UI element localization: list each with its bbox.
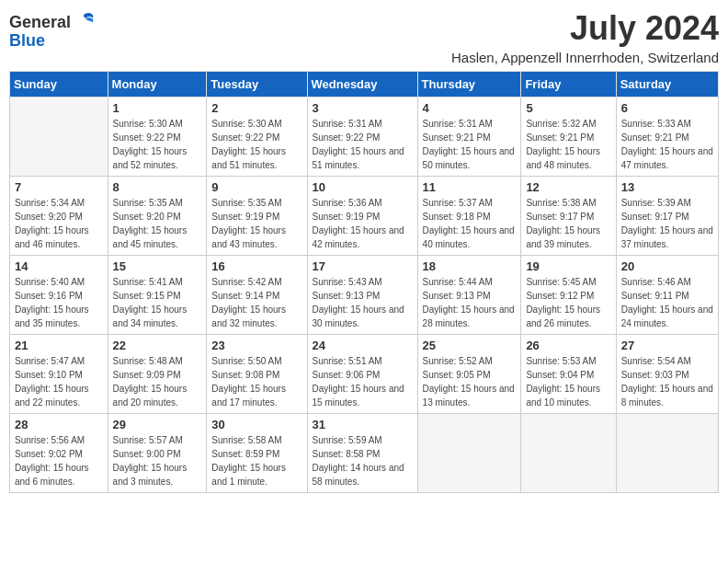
day-info: Sunrise: 5:52 AM Sunset: 9:05 PM Dayligh… bbox=[423, 354, 517, 409]
day-info: Sunrise: 5:48 AM Sunset: 9:09 PM Dayligh… bbox=[113, 354, 202, 409]
day-cell bbox=[10, 98, 108, 177]
day-cell: 16 Sunrise: 5:42 AM Sunset: 9:14 PM Dayl… bbox=[207, 256, 307, 335]
day-info: Sunrise: 5:35 AM Sunset: 9:20 PM Dayligh… bbox=[113, 196, 202, 251]
day-info: Sunrise: 5:35 AM Sunset: 9:19 PM Dayligh… bbox=[211, 196, 301, 251]
day-cell: 19 Sunrise: 5:45 AM Sunset: 9:12 PM Dayl… bbox=[521, 256, 616, 335]
day-number: 18 bbox=[423, 259, 517, 273]
day-info: Sunrise: 5:43 AM Sunset: 9:13 PM Dayligh… bbox=[313, 275, 413, 330]
day-info: Sunrise: 5:30 AM Sunset: 9:22 PM Dayligh… bbox=[113, 117, 202, 172]
day-cell: 13 Sunrise: 5:39 AM Sunset: 9:17 PM Dayl… bbox=[616, 177, 718, 256]
header-cell-monday: Monday bbox=[108, 72, 207, 98]
day-info: Sunrise: 5:44 AM Sunset: 9:13 PM Dayligh… bbox=[423, 275, 517, 330]
header-cell-wednesday: Wednesday bbox=[307, 72, 417, 98]
day-cell: 12 Sunrise: 5:38 AM Sunset: 9:17 PM Dayl… bbox=[521, 177, 616, 256]
day-number: 7 bbox=[15, 180, 103, 194]
day-info: Sunrise: 5:41 AM Sunset: 9:15 PM Dayligh… bbox=[113, 275, 202, 330]
day-cell: 1 Sunrise: 5:30 AM Sunset: 9:22 PM Dayli… bbox=[108, 98, 207, 177]
day-number: 16 bbox=[211, 259, 301, 273]
day-cell: 27 Sunrise: 5:54 AM Sunset: 9:03 PM Dayl… bbox=[616, 335, 718, 414]
day-number: 6 bbox=[621, 101, 713, 115]
day-cell bbox=[417, 414, 521, 493]
header-cell-sunday: Sunday bbox=[10, 72, 108, 98]
day-info: Sunrise: 5:51 AM Sunset: 9:06 PM Dayligh… bbox=[313, 354, 413, 409]
day-info: Sunrise: 5:57 AM Sunset: 9:00 PM Dayligh… bbox=[113, 433, 202, 488]
calendar-subtitle: Haslen, Appenzell Innerrhoden, Switzerla… bbox=[451, 50, 719, 65]
day-cell: 29 Sunrise: 5:57 AM Sunset: 9:00 PM Dayl… bbox=[108, 414, 207, 493]
day-cell: 7 Sunrise: 5:34 AM Sunset: 9:20 PM Dayli… bbox=[10, 177, 108, 256]
calendar-title: July 2024 bbox=[451, 9, 719, 48]
header-cell-thursday: Thursday bbox=[417, 72, 521, 98]
day-number: 5 bbox=[526, 101, 610, 115]
logo: General Blue bbox=[9, 9, 97, 51]
week-row-3: 14 Sunrise: 5:40 AM Sunset: 9:16 PM Dayl… bbox=[10, 256, 719, 335]
day-cell bbox=[616, 414, 718, 493]
day-number: 27 bbox=[621, 339, 713, 352]
week-row-1: 1 Sunrise: 5:30 AM Sunset: 9:22 PM Dayli… bbox=[10, 98, 719, 177]
day-cell: 10 Sunrise: 5:36 AM Sunset: 9:19 PM Dayl… bbox=[307, 177, 417, 256]
header-cell-friday: Friday bbox=[521, 72, 616, 98]
day-number: 21 bbox=[15, 339, 103, 352]
day-number: 26 bbox=[526, 339, 610, 352]
day-number: 10 bbox=[313, 180, 413, 194]
day-cell: 21 Sunrise: 5:47 AM Sunset: 9:10 PM Dayl… bbox=[10, 335, 108, 414]
day-number: 4 bbox=[423, 101, 517, 115]
day-cell bbox=[521, 414, 616, 493]
calendar-table: SundayMondayTuesdayWednesdayThursdayFrid… bbox=[9, 71, 719, 493]
day-info: Sunrise: 5:37 AM Sunset: 9:18 PM Dayligh… bbox=[423, 196, 517, 251]
logo-bird-icon bbox=[71, 9, 97, 35]
day-number: 8 bbox=[113, 180, 202, 194]
header-cell-tuesday: Tuesday bbox=[207, 72, 307, 98]
day-cell: 26 Sunrise: 5:53 AM Sunset: 9:04 PM Dayl… bbox=[521, 335, 616, 414]
day-info: Sunrise: 5:42 AM Sunset: 9:14 PM Dayligh… bbox=[211, 275, 301, 330]
day-cell: 9 Sunrise: 5:35 AM Sunset: 9:19 PM Dayli… bbox=[207, 177, 307, 256]
day-number: 24 bbox=[313, 339, 413, 352]
day-cell: 11 Sunrise: 5:37 AM Sunset: 9:18 PM Dayl… bbox=[417, 177, 521, 256]
day-cell: 15 Sunrise: 5:41 AM Sunset: 9:15 PM Dayl… bbox=[108, 256, 207, 335]
day-info: Sunrise: 5:33 AM Sunset: 9:21 PM Dayligh… bbox=[621, 117, 713, 172]
day-info: Sunrise: 5:58 AM Sunset: 8:59 PM Dayligh… bbox=[211, 433, 301, 488]
day-cell: 28 Sunrise: 5:56 AM Sunset: 9:02 PM Dayl… bbox=[10, 414, 108, 493]
day-number: 17 bbox=[313, 259, 413, 273]
day-cell: 30 Sunrise: 5:58 AM Sunset: 8:59 PM Dayl… bbox=[207, 414, 307, 493]
day-cell: 18 Sunrise: 5:44 AM Sunset: 9:13 PM Dayl… bbox=[417, 256, 521, 335]
day-number: 23 bbox=[211, 339, 301, 352]
calendar-body: 1 Sunrise: 5:30 AM Sunset: 9:22 PM Dayli… bbox=[10, 98, 719, 493]
day-number: 9 bbox=[211, 180, 301, 194]
logo-blue: Blue bbox=[9, 31, 45, 51]
day-info: Sunrise: 5:39 AM Sunset: 9:17 PM Dayligh… bbox=[621, 196, 713, 251]
day-cell: 4 Sunrise: 5:31 AM Sunset: 9:21 PM Dayli… bbox=[417, 98, 521, 177]
day-number: 20 bbox=[621, 259, 713, 273]
logo-general: General bbox=[9, 13, 71, 32]
day-info: Sunrise: 5:38 AM Sunset: 9:17 PM Dayligh… bbox=[526, 196, 610, 251]
day-info: Sunrise: 5:45 AM Sunset: 9:12 PM Dayligh… bbox=[526, 275, 610, 330]
day-info: Sunrise: 5:56 AM Sunset: 9:02 PM Dayligh… bbox=[15, 433, 103, 488]
week-row-5: 28 Sunrise: 5:56 AM Sunset: 9:02 PM Dayl… bbox=[10, 414, 719, 493]
day-info: Sunrise: 5:54 AM Sunset: 9:03 PM Dayligh… bbox=[621, 354, 713, 409]
day-info: Sunrise: 5:40 AM Sunset: 9:16 PM Dayligh… bbox=[15, 275, 103, 330]
day-number: 19 bbox=[526, 259, 610, 273]
day-cell: 20 Sunrise: 5:46 AM Sunset: 9:11 PM Dayl… bbox=[616, 256, 718, 335]
day-info: Sunrise: 5:46 AM Sunset: 9:11 PM Dayligh… bbox=[621, 275, 713, 330]
day-info: Sunrise: 5:50 AM Sunset: 9:08 PM Dayligh… bbox=[211, 354, 301, 409]
header-row: SundayMondayTuesdayWednesdayThursdayFrid… bbox=[10, 72, 719, 98]
day-number: 25 bbox=[423, 339, 517, 352]
day-cell: 2 Sunrise: 5:30 AM Sunset: 9:22 PM Dayli… bbox=[207, 98, 307, 177]
day-cell: 3 Sunrise: 5:31 AM Sunset: 9:22 PM Dayli… bbox=[307, 98, 417, 177]
day-number: 12 bbox=[526, 180, 610, 194]
day-cell: 8 Sunrise: 5:35 AM Sunset: 9:20 PM Dayli… bbox=[108, 177, 207, 256]
title-section: July 2024 Haslen, Appenzell Innerrhoden,… bbox=[451, 9, 719, 65]
day-cell: 25 Sunrise: 5:52 AM Sunset: 9:05 PM Dayl… bbox=[417, 335, 521, 414]
day-number: 2 bbox=[211, 101, 301, 115]
day-cell: 14 Sunrise: 5:40 AM Sunset: 9:16 PM Dayl… bbox=[10, 256, 108, 335]
day-info: Sunrise: 5:30 AM Sunset: 9:22 PM Dayligh… bbox=[211, 117, 301, 172]
day-number: 14 bbox=[15, 259, 103, 273]
day-cell: 22 Sunrise: 5:48 AM Sunset: 9:09 PM Dayl… bbox=[108, 335, 207, 414]
week-row-2: 7 Sunrise: 5:34 AM Sunset: 9:20 PM Dayli… bbox=[10, 177, 719, 256]
day-info: Sunrise: 5:47 AM Sunset: 9:10 PM Dayligh… bbox=[15, 354, 103, 409]
day-number: 13 bbox=[621, 180, 713, 194]
day-cell: 23 Sunrise: 5:50 AM Sunset: 9:08 PM Dayl… bbox=[207, 335, 307, 414]
day-info: Sunrise: 5:32 AM Sunset: 9:21 PM Dayligh… bbox=[526, 117, 610, 172]
day-cell: 24 Sunrise: 5:51 AM Sunset: 9:06 PM Dayl… bbox=[307, 335, 417, 414]
calendar-header: SundayMondayTuesdayWednesdayThursdayFrid… bbox=[10, 72, 719, 98]
header-cell-saturday: Saturday bbox=[616, 72, 718, 98]
